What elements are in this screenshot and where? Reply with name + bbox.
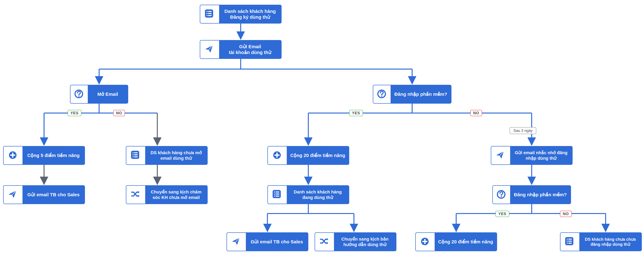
- node-label: Gửi Email tài khoản dùng thử: [219, 40, 281, 58]
- question-icon: [493, 186, 510, 204]
- node-login-decision-2: Đăng nhập phần mềm?: [492, 185, 571, 204]
- send-icon: [4, 186, 22, 204]
- node-label: DS khách hàng chưa mở email dùng thử: [145, 146, 207, 164]
- list-icon: [268, 186, 287, 204]
- node-add-5-points: Cộng 5 điểm tiềm năng: [3, 146, 85, 165]
- question-icon: [373, 85, 390, 103]
- node-add-20-points-2: Cộng 20 điểm tiềm năng: [415, 232, 497, 251]
- node-add-20-points-1: Cộng 20 điểm tiềm năng: [268, 146, 349, 165]
- node-label: Đăng nhập phần mềm?: [510, 186, 570, 204]
- badge-no: NO: [470, 110, 482, 116]
- node-label: Đăng nhập phần mềm?: [390, 85, 451, 103]
- node-label: Danh sách khách hàng đang dùng thử: [287, 186, 349, 204]
- node-not-opened-list: DS khách hàng chưa mở email dùng thử: [126, 146, 208, 165]
- node-switch-trial-guide: Chuyển sang kịch bản hướng dẫn dùng thử: [314, 232, 396, 251]
- node-reminder-email: Gửi email nhắc nhớ đăng nhập dùng thử: [491, 146, 572, 165]
- flowchart-canvas: Danh sách khách hàng Đăng ký dùng thử Gử…: [0, 0, 644, 260]
- send-icon: [227, 233, 246, 251]
- node-notify-sales-1: Gửi email TB cho Sales: [3, 185, 85, 204]
- send-icon: [491, 146, 510, 164]
- node-customer-trial-list: Danh sách khách hàng Đăng ký dùng thử: [200, 5, 282, 23]
- node-trial-users-list: Danh sách khách hàng đang dùng thử: [268, 185, 349, 204]
- node-login-decision-1: Đăng nhập phần mềm?: [373, 85, 452, 104]
- plus-icon: [4, 146, 22, 164]
- node-label: Mở Email: [88, 85, 128, 103]
- badge-yes: YES: [68, 110, 81, 116]
- node-label: Danh sách khách hàng Đăng ký dùng thử: [219, 5, 281, 23]
- connectors: [0, 0, 644, 260]
- node-label: DS khách hàng chưa chưa đăng nhập dùng t…: [579, 233, 641, 251]
- list-icon: [560, 233, 579, 251]
- list-icon: [126, 146, 145, 164]
- node-label: Chuyển sang kịch bản hướng dẫn dùng thử: [334, 233, 396, 251]
- badge-no: NO: [560, 211, 572, 217]
- node-label: Gửi email TB cho Sales: [246, 233, 308, 251]
- node-notify-sales-2: Gửi email TB cho Sales: [226, 232, 308, 251]
- node-label: Cộng 20 điểm tiềm năng: [435, 233, 496, 251]
- question-icon: [70, 85, 88, 103]
- node-label: Cộng 5 điểm tiềm năng: [22, 146, 84, 164]
- node-send-trial-email: Gửi Email tài khoản dùng thử: [200, 40, 282, 59]
- node-not-logged-in-list: DS khách hàng chưa chưa đăng nhập dùng t…: [560, 232, 642, 251]
- node-label: Chuyển sang kịch chăm sóc KH chưa mở ema…: [145, 186, 207, 204]
- node-switch-nurture-notopened: Chuyển sang kịch chăm sóc KH chưa mở ema…: [126, 185, 208, 204]
- shuffle-icon: [126, 186, 145, 204]
- plus-icon: [268, 146, 287, 164]
- list-icon: [200, 5, 219, 23]
- badge-after-3-days: Sau 3 ngày: [510, 127, 536, 134]
- badge-yes: YES: [496, 211, 509, 217]
- badge-yes: YES: [349, 110, 363, 116]
- node-label: Gửi email nhắc nhớ đăng nhập dùng thử: [510, 146, 572, 164]
- node-open-email-decision: Mở Email: [70, 85, 128, 104]
- node-label: Gửi email TB cho Sales: [22, 186, 84, 204]
- send-icon: [200, 40, 219, 58]
- badge-no: NO: [113, 110, 125, 116]
- node-label: Cộng 20 điểm tiềm năng: [287, 146, 349, 164]
- shuffle-icon: [315, 233, 334, 251]
- plus-icon: [416, 233, 435, 251]
